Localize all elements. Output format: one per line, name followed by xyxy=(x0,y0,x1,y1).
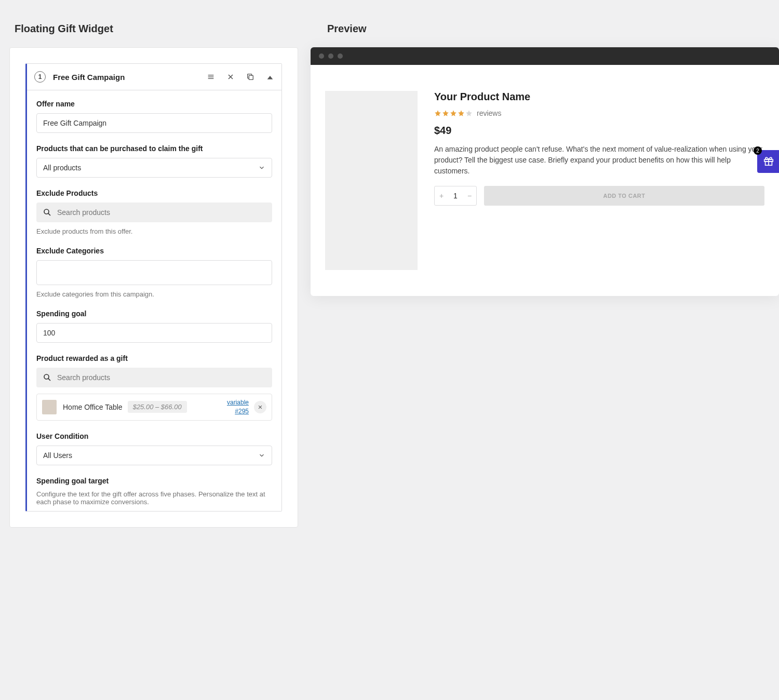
offer-name-label: Offer name xyxy=(36,100,272,108)
preview-title: Preview xyxy=(311,5,779,47)
product-price: $49 xyxy=(434,125,764,137)
exclude-categories-label: Exclude Categories xyxy=(36,247,272,255)
user-condition-label: User Condition xyxy=(36,432,272,440)
products-claim-label: Products that can be purchased to claim … xyxy=(36,144,272,153)
exclude-products-help: Exclude products from this offer. xyxy=(36,227,272,235)
svg-line-9 xyxy=(48,379,50,381)
campaign-title: Free Gift Campaign xyxy=(53,73,207,82)
svg-line-7 xyxy=(48,213,50,216)
product-rewarded-input[interactable] xyxy=(57,373,266,382)
quantity-stepper[interactable]: + 1 − xyxy=(434,186,477,206)
reward-item-meta[interactable]: variable #295 xyxy=(227,398,249,416)
campaign-header: 1 Free Gift Campaign xyxy=(27,64,281,90)
user-condition-field: User Condition All Users xyxy=(36,432,272,465)
product-rewarded-search[interactable] xyxy=(36,368,272,387)
spending-goal-field: Spending goal xyxy=(36,309,272,343)
search-icon xyxy=(43,208,52,217)
window-dot xyxy=(319,53,324,59)
svg-rect-5 xyxy=(249,75,253,79)
reward-item-id: #295 xyxy=(227,407,249,416)
svg-point-6 xyxy=(44,209,49,214)
qty-value: 1 xyxy=(448,192,463,200)
chevron-down-icon xyxy=(258,164,265,171)
chevron-down-icon xyxy=(258,452,265,459)
exclude-products-label: Exclude Products xyxy=(36,189,272,197)
campaign-card: 1 Free Gift Campaign xyxy=(25,63,282,511)
preview-titlebar xyxy=(311,47,779,65)
gift-icon xyxy=(763,155,774,168)
search-icon xyxy=(43,373,52,382)
settings-panel: 1 Free Gift Campaign xyxy=(9,47,298,528)
user-condition-select[interactable]: All Users xyxy=(36,446,272,465)
exclude-categories-field: Exclude Categories Exclude categories fr… xyxy=(36,247,272,298)
gift-badge: 2 xyxy=(754,146,762,155)
preview-panel: Your Product Name reviews $49 An amazing… xyxy=(311,47,779,296)
product-rewarded-label: Product rewarded as a gift xyxy=(36,354,272,362)
qty-decrease[interactable]: − xyxy=(463,186,476,205)
reward-item-type: variable xyxy=(227,398,249,407)
reward-item-row: Home Office Table $25.00 – $66.00 variab… xyxy=(36,394,272,421)
svg-point-8 xyxy=(44,374,49,379)
add-to-cart-button[interactable]: ADD TO CART xyxy=(484,186,764,206)
product-name: Your Product Name xyxy=(434,91,764,103)
qty-increase[interactable]: + xyxy=(435,186,448,205)
exclude-products-field: Exclude Products Exclude products from t… xyxy=(36,189,272,235)
spending-goal-input[interactable] xyxy=(36,323,272,343)
reviews-text: reviews xyxy=(477,109,501,117)
spending-target-label: Spending goal target xyxy=(36,477,272,485)
collapse-icon[interactable] xyxy=(266,74,272,80)
products-claim-field: Products that can be purchased to claim … xyxy=(36,144,272,178)
floating-gift-widget[interactable]: 2 xyxy=(757,150,779,173)
user-condition-value: All Users xyxy=(43,451,72,460)
exclude-categories-input[interactable] xyxy=(36,260,272,285)
rating-row: reviews xyxy=(434,109,764,117)
reward-item-remove[interactable] xyxy=(254,401,266,413)
reward-item-name: Home Office Table xyxy=(63,403,123,411)
duplicate-icon[interactable] xyxy=(246,73,254,81)
star-rating xyxy=(434,110,473,117)
spending-target-help: Configure the text for the gift offer ac… xyxy=(36,490,272,506)
close-icon[interactable] xyxy=(226,73,235,81)
window-dot xyxy=(338,53,343,59)
product-rewarded-field: Product rewarded as a gift Home Office T… xyxy=(36,354,272,421)
exclude-products-search[interactable] xyxy=(36,203,272,222)
products-claim-select[interactable]: All products xyxy=(36,158,272,178)
reward-item-thumb xyxy=(42,400,57,414)
product-image xyxy=(325,91,418,270)
reward-item-price: $25.00 – $66.00 xyxy=(128,401,187,413)
offer-name-input[interactable] xyxy=(36,113,272,133)
campaign-number: 1 xyxy=(34,71,46,83)
exclude-products-input[interactable] xyxy=(57,208,266,217)
offer-name-field: Offer name xyxy=(36,100,272,133)
window-dot xyxy=(328,53,333,59)
exclude-categories-help: Exclude categories from this campaign. xyxy=(36,290,272,298)
product-description: An amazing product people can't refuse. … xyxy=(434,144,764,177)
drag-handle-icon[interactable] xyxy=(207,73,215,81)
spending-target-field: Spending goal target Configure the text … xyxy=(36,477,272,506)
products-claim-value: All products xyxy=(43,164,81,172)
spending-goal-label: Spending goal xyxy=(36,309,272,318)
page-title: Floating Gift Widget xyxy=(9,5,298,47)
